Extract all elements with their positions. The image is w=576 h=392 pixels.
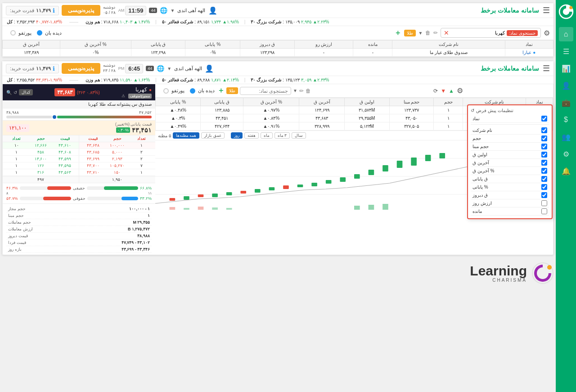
hamburger-icon-2[interactable]: ☰ (543, 63, 550, 73)
portfolio-radio-2[interactable] (163, 88, 169, 94)
plus-icon-2[interactable]: ＋ (217, 86, 225, 95)
svg-rect-12 (269, 187, 275, 190)
subscribe-btn-1[interactable]: پذیره‌نویسی (62, 5, 100, 16)
svg-rect-11 (255, 189, 261, 193)
filter-month[interactable]: ماه (261, 132, 273, 139)
close-price-row: قیمت پایانی (%تغییر) ۴۳,۴۵۱ ۰.۳۰% ۱۲۱,۱۰… (3, 121, 155, 135)
col-filter-symbol[interactable]: نماد (471, 115, 549, 123)
col-filter-remain[interactable]: مانده (471, 207, 549, 216)
trash-icon-2[interactable]: 🗑 (306, 88, 311, 94)
col-check-first[interactable] (541, 152, 547, 158)
col-close-pct2: % آخرین ق (60, 41, 131, 49)
col-check-last[interactable] (541, 160, 547, 166)
legal-buy-pct: ۳۳.۲% (140, 196, 152, 201)
search-icon-ob[interactable]: 🔍 (6, 90, 12, 95)
col-check-remain[interactable] (541, 208, 547, 214)
order-book-symbol[interactable]: کهربا (135, 86, 147, 93)
globe-icon-2[interactable]: 🌐 (157, 65, 164, 72)
svg-rect-32 (382, 204, 388, 210)
col-filter-dayval[interactable]: ارزش روز (471, 199, 549, 207)
col-check-dayval[interactable] (541, 200, 547, 206)
col-filter-first[interactable]: اولین ق (471, 151, 549, 159)
history-icon-t2[interactable]: ⟳ (433, 88, 438, 94)
col-filter-prev[interactable]: ق دیروز (471, 191, 549, 199)
edit-icon-1[interactable]: ✏ (433, 30, 438, 36)
nav-users-icon[interactable]: 👥 (559, 130, 573, 144)
filter-week[interactable]: هفته (244, 132, 259, 139)
filter-3month[interactable]: ۳ ماه (274, 132, 290, 139)
info-prev-price: ۳۸,۹۸۸ قیمت دیروز (6, 233, 152, 239)
svg-rect-15 (311, 183, 317, 186)
col-check-closepct[interactable] (541, 184, 547, 190)
col-check-lastpct[interactable] (541, 168, 547, 174)
col-filter-basevol[interactable]: حجم مبنا (471, 143, 549, 151)
dropdown-caret-1[interactable]: ▼ (418, 31, 423, 36)
dropdown-caret-2[interactable]: ▼ (293, 88, 297, 93)
view-radio-2[interactable] (190, 88, 195, 94)
filter-depth[interactable]: عمق بازار (201, 132, 225, 139)
globe-icon-1[interactable]: 🌐 (160, 7, 167, 14)
user-name-1[interactable]: الهه آهی اندی (177, 8, 205, 14)
ticker-item: ۲.۲۳%▲ ۲,۹۴۵ ۱۳۵,۰۰۹ : شرکت بزرگ ۳۰ (251, 19, 329, 24)
nav-portfolio-icon[interactable]: 💼 (559, 95, 573, 110)
col-check-symbol[interactable] (541, 116, 547, 122)
settings-icon-t1[interactable]: ⚙ (544, 29, 550, 37)
app-title-2: سامانه معاملات برخط (481, 65, 539, 72)
plus-icon-1[interactable]: ＋ (394, 28, 401, 38)
market-filters: عمق بازار همه مظنه‌ها ۵ مظنه (158, 132, 225, 139)
nav-bell-icon[interactable]: 🔔 (559, 164, 573, 178)
search-input-1[interactable] (451, 30, 505, 36)
col-filter-vol[interactable]: حجم (471, 135, 549, 143)
filter-year[interactable]: سال (292, 132, 306, 139)
dropdown-icon-2[interactable]: ▼ (167, 66, 171, 71)
nav-chart-icon[interactable]: 📊 (559, 61, 573, 76)
up-icon-t2[interactable]: ▲ (449, 88, 454, 94)
col-filter-lastpct[interactable]: % آخرین ق (471, 167, 549, 175)
trash-icon-1[interactable]: 🗑 (425, 30, 431, 36)
col-filter-close[interactable]: ق پایانی (471, 175, 549, 183)
col-check-basevol[interactable] (541, 144, 547, 149)
col-filter-last[interactable]: آخرین ق (471, 159, 549, 167)
gold-badge-2[interactable]: طلا (226, 87, 238, 94)
filter-all-orders[interactable]: همه مظنه‌ها (173, 132, 200, 139)
refresh-icon[interactable]: ↺ (471, 108, 474, 113)
dropdown-icon-1[interactable]: ▼ (170, 8, 175, 13)
charisma-label: CHARISMA (470, 278, 527, 283)
table-row[interactable]: ● عبارا صندوق طلای عیار ما - - ۱۲۳,۲۹۸ ۰… (3, 49, 554, 57)
view-radio-1[interactable] (37, 30, 42, 36)
nav-dollar-icon[interactable]: $ (559, 113, 573, 127)
min-price: ۳۸,۹۸۸ (6, 110, 19, 115)
time-filters: روز هفته ماه ۳ ماه سال (231, 132, 306, 139)
price-slider-fill (57, 116, 152, 118)
down-icon-t2[interactable]: ▼ (441, 88, 446, 94)
col-check-close[interactable] (541, 176, 547, 182)
col-check-vol[interactable] (541, 135, 547, 141)
nav-person-icon[interactable]: 👤 (559, 78, 573, 93)
filter-day[interactable]: روز (231, 132, 243, 139)
search-input-2[interactable] (243, 88, 288, 94)
th-basevol-2: حجم مبنا (389, 98, 434, 106)
col-filter-closepct[interactable]: % پایانی (471, 183, 549, 191)
learning-text-wrap: Learning CHARISMA (470, 264, 527, 283)
portfolio-radio-1[interactable] (10, 30, 16, 36)
user-name-2[interactable]: الهه آهی اندی (174, 66, 202, 72)
power-section-1: ℹ ۱۱,۴۷۹ قدرت خرید: (6, 6, 59, 15)
refresh-icon-ob[interactable]: ↺ (14, 90, 17, 95)
col-check-name[interactable] (541, 127, 547, 133)
hamburger-icon-1[interactable]: ☰ (543, 5, 550, 15)
nav-home-icon[interactable]: ⌂ (559, 27, 573, 41)
edit-icon-2[interactable]: ✏ (299, 88, 304, 94)
gold-badge-1[interactable]: طلا (404, 30, 416, 36)
col-filter-name[interactable]: نام شرکت (471, 126, 549, 135)
close-search-1[interactable]: ✕ (444, 29, 449, 36)
ticker-item-4: ۱.۸۳%-۴۰,۷۷۲ ۲,۳۵۲,۲۹۳ : کل (7, 19, 62, 24)
price-slider-thumb[interactable] (52, 114, 57, 120)
nav-list-icon[interactable]: ☰ (559, 44, 573, 59)
buy-header-vol: حجم (29, 136, 53, 141)
column-panel-title[interactable]: تنظیمات پیش فرض ↺ (471, 108, 549, 113)
kodal-btn[interactable]: کدال (19, 89, 33, 95)
nav-settings-icon[interactable]: ⚙ (559, 147, 573, 161)
subscribe-btn-2[interactable]: پذیره‌نویسی (62, 63, 100, 74)
col-check-prev[interactable] (541, 192, 547, 198)
settings-icon-t2[interactable]: ⚙ (457, 86, 463, 95)
